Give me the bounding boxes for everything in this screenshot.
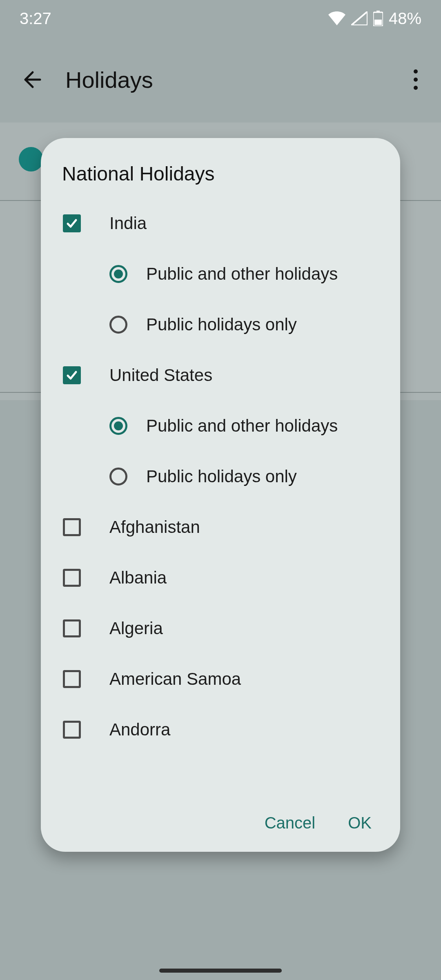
nav-handle[interactable]	[159, 969, 282, 973]
country-row-american-samoa[interactable]: American Samoa	[41, 654, 400, 704]
country-row-india[interactable]: India	[41, 198, 400, 249]
country-label: Albania	[109, 568, 167, 588]
more-button[interactable]	[406, 67, 425, 92]
ok-button[interactable]: OK	[348, 814, 372, 832]
checkbox-andorra[interactable]	[62, 720, 82, 739]
list-color-dot	[19, 147, 43, 172]
cancel-button[interactable]: Cancel	[265, 814, 316, 832]
option-us-all[interactable]: Public and other holidays	[41, 401, 400, 451]
country-row-afghanistan[interactable]: Afghanistan	[41, 502, 400, 552]
radio-off-icon	[109, 316, 127, 334]
country-label: United States	[109, 365, 212, 385]
more-vert-icon	[414, 69, 418, 74]
country-list[interactable]: India Public and other holidays Public h…	[41, 198, 400, 802]
dialog-buttons: Cancel OK	[41, 802, 400, 852]
national-holidays-dialog: National Holidays India Public and other…	[41, 138, 400, 852]
checkbox-albania[interactable]	[62, 568, 82, 588]
cell-signal-icon	[351, 11, 368, 25]
country-row-albania[interactable]: Albania	[41, 552, 400, 603]
country-label: Algeria	[109, 619, 163, 638]
option-india-all[interactable]: Public and other holidays	[41, 249, 400, 299]
country-label: American Samoa	[109, 669, 241, 689]
radio-india-all[interactable]	[109, 264, 128, 284]
checkbox-india[interactable]	[62, 214, 82, 233]
checkbox-unchecked-icon	[63, 670, 81, 688]
country-label: Afghanistan	[109, 517, 200, 537]
country-row-united-states[interactable]: United States	[41, 350, 400, 401]
status-time: 3:27	[20, 9, 51, 28]
radio-on-icon	[109, 265, 127, 283]
arrow-back-icon	[21, 69, 42, 90]
app-bar: Holidays	[0, 53, 441, 106]
country-row-algeria[interactable]: Algeria	[41, 603, 400, 654]
back-button[interactable]	[20, 67, 44, 92]
radio-us-public-only[interactable]	[109, 467, 128, 486]
country-row-andorra[interactable]: Andorra	[41, 704, 400, 755]
checkbox-american-samoa[interactable]	[62, 669, 82, 689]
page-title: Holidays	[65, 67, 153, 93]
checkbox-algeria[interactable]	[62, 619, 82, 638]
checkbox-unchecked-icon	[63, 619, 81, 637]
svg-rect-2	[374, 20, 382, 25]
checkbox-unchecked-icon	[63, 518, 81, 536]
radio-on-icon	[109, 417, 127, 435]
battery-icon	[373, 11, 383, 26]
checkbox-unchecked-icon	[63, 721, 81, 739]
status-battery-text: 48%	[389, 9, 421, 28]
option-india-public-only[interactable]: Public holidays only	[41, 299, 400, 350]
country-label: India	[109, 214, 147, 233]
radio-off-icon	[109, 468, 127, 486]
status-right: 48%	[328, 9, 421, 28]
wifi-icon	[328, 11, 345, 25]
country-label: Andorra	[109, 720, 170, 739]
option-us-public-only[interactable]: Public holidays only	[41, 451, 400, 502]
screen: 3:27 48% Holidays National Holidays	[0, 0, 441, 980]
option-label: Public holidays only	[146, 315, 297, 334]
checkbox-united-states[interactable]	[62, 365, 82, 385]
checkbox-checked-icon	[63, 214, 81, 232]
option-label: Public and other holidays	[146, 416, 338, 436]
checkbox-afghanistan[interactable]	[62, 517, 82, 537]
option-label: Public holidays only	[146, 467, 297, 486]
checkbox-checked-icon	[63, 366, 81, 384]
radio-us-all[interactable]	[109, 416, 128, 436]
status-bar: 3:27 48%	[0, 0, 441, 37]
dialog-title: National Holidays	[41, 163, 400, 198]
checkbox-unchecked-icon	[63, 569, 81, 587]
option-label: Public and other holidays	[146, 264, 338, 284]
radio-india-public-only[interactable]	[109, 315, 128, 334]
